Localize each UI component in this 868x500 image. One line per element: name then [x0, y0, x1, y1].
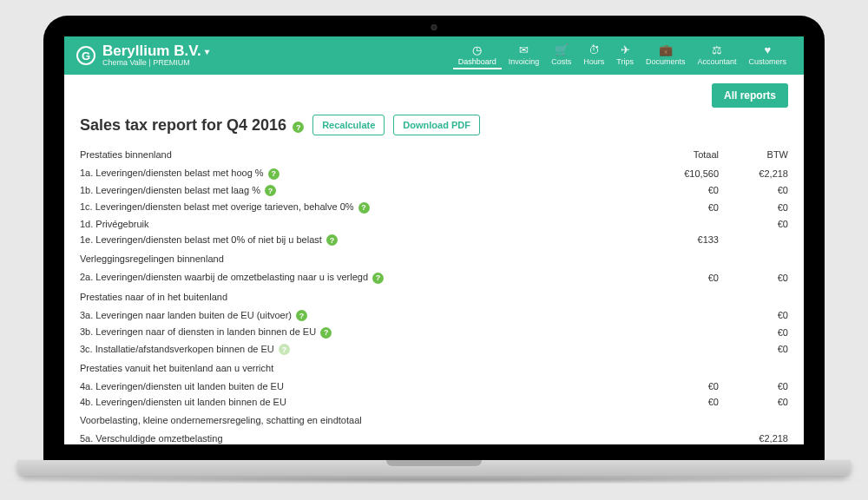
row-total: €0 [649, 381, 719, 391]
help-icon[interactable]: ? [293, 122, 304, 133]
costs-icon: 🛒 [555, 43, 569, 57]
nav-label: Accountant [697, 57, 736, 66]
row-btw: €0 [719, 381, 788, 391]
table-row: 4a. Leveringen/diensten uit landen buite… [80, 378, 788, 394]
row-label: 2a. Leveringen/diensten waarbij de omzet… [80, 272, 649, 284]
row-btw: €0 [719, 219, 788, 229]
row-btw: €0 [719, 310, 788, 320]
laptop-shadow [0, 476, 868, 484]
help-icon[interactable]: ? [320, 327, 332, 339]
nav-item-documents[interactable]: 💼Documents [641, 42, 691, 69]
row-btw: €0 [719, 397, 788, 407]
table-row: 3b. Leveringen naar of diensten in lande… [80, 324, 788, 341]
row-btw: €0 [719, 344, 788, 354]
table-row: 3a. Leveringen naar landen buiten de EU … [80, 307, 788, 325]
screen-bezel: G Beryllium B.V. ▾ Chema Valle | PREMIUM… [43, 16, 825, 460]
nav-label: Documents [646, 57, 686, 66]
nav-label: Invoicing [509, 57, 540, 66]
row-label: 4b. Leveringen/diensten uit landen binne… [80, 397, 649, 407]
section-heading: Verleggingsregelingen binnenland [80, 248, 788, 269]
recalculate-button[interactable]: Recalculate [312, 115, 385, 135]
table-row: 5a. Verschuldigde omzetbelasting€2,218 [80, 431, 788, 444]
help-icon[interactable]: ? [296, 310, 307, 321]
download-pdf-button[interactable]: Download PDF [393, 115, 480, 135]
section-heading: Prestaties naar of in het buitenland [80, 286, 788, 307]
row-total: €0 [649, 202, 719, 213]
col-total-header: Totaal [649, 149, 719, 160]
row-total: €0 [649, 273, 719, 283]
help-icon[interactable]: ? [279, 344, 290, 355]
table-row: 2a. Leveringen/diensten waarbij de omzet… [80, 269, 788, 286]
main-nav: ◷Dashboard✉Invoicing🛒Costs⏱Hours✈Trips💼D… [453, 42, 792, 69]
company-name-text: Beryllium B.V. [102, 43, 201, 60]
row-btw: €0 [719, 202, 788, 213]
section-heading-label: Verleggingsregelingen binnenland [80, 251, 649, 266]
table-row: 1e. Leveringen/diensten belast met 0% of… [80, 232, 788, 249]
chevron-down-icon: ▾ [205, 47, 209, 56]
report-table: Prestaties binnenlandTotaalBTW1a. Leveri… [80, 144, 788, 444]
nav-label: Customers [748, 57, 786, 66]
app-header: G Beryllium B.V. ▾ Chema Valle | PREMIUM… [64, 36, 804, 75]
nav-item-hours[interactable]: ⏱Hours [578, 42, 609, 69]
row-label: 1b. Leveringen/diensten belast met laag … [80, 185, 649, 197]
nav-item-costs[interactable]: 🛒Costs [546, 42, 576, 69]
row-label: 1a. Leveringen/diensten belast met hoog … [80, 168, 649, 180]
nav-item-dashboard[interactable]: ◷Dashboard [453, 42, 502, 69]
nav-label: Dashboard [458, 57, 496, 66]
section-heading: Prestaties vanuit het buitenland aan u v… [80, 358, 788, 378]
documents-icon: 💼 [659, 43, 673, 57]
row-label: 1d. Privégebruik [80, 219, 649, 229]
company-subtitle: Chema Valle | PREMIUM [102, 59, 209, 68]
table-row: 1c. Leveringen/diensten belast met overi… [80, 199, 788, 216]
help-icon[interactable]: ? [358, 202, 370, 214]
row-label: 4a. Leveringen/diensten uit landen buite… [80, 381, 649, 391]
dashboard-icon: ◷ [472, 43, 482, 57]
nav-item-invoicing[interactable]: ✉Invoicing [503, 42, 545, 69]
row-label: 1e. Leveringen/diensten belast met 0% of… [80, 234, 649, 247]
table-row: 1a. Leveringen/diensten belast met hoog … [80, 165, 788, 182]
row-label: 5a. Verschuldigde omzetbelasting [80, 433, 649, 444]
row-total: €133 [649, 234, 719, 245]
nav-item-trips[interactable]: ✈Trips [611, 42, 639, 69]
help-icon[interactable]: ? [326, 234, 338, 246]
section-heading-label: Prestaties vanuit het buitenland aan u v… [80, 360, 649, 376]
row-label: 3a. Leveringen naar landen buiten de EU … [80, 310, 649, 322]
table-row: 3c. Installatie/afstandsverkopen binnen … [80, 341, 788, 359]
page-title: Sales tax report for Q4 2016 ? [80, 116, 304, 135]
nav-item-accountant[interactable]: ⚖Accountant [692, 42, 741, 69]
row-label: 3b. Leveringen naar of diensten in lande… [80, 326, 649, 339]
all-reports-button[interactable]: All reports [712, 83, 788, 108]
row-btw: €0 [719, 185, 788, 195]
row-btw: €0 [719, 273, 788, 283]
hours-icon: ⏱ [589, 43, 600, 57]
table-row: 1b. Leveringen/diensten belast met laag … [80, 182, 788, 200]
app-logo[interactable]: G [76, 46, 95, 65]
help-icon[interactable]: ? [268, 168, 279, 180]
section-heading-label: Prestaties binnenland [80, 147, 649, 162]
topbar: All reports [80, 83, 788, 108]
row-btw: €2,218 [719, 433, 788, 444]
laptop-frame: G Beryllium B.V. ▾ Chema Valle | PREMIUM… [43, 16, 825, 484]
nav-item-customers[interactable]: ♥Customers [743, 42, 792, 69]
nav-label: Costs [551, 57, 571, 66]
row-total: €0 [649, 185, 719, 195]
section-heading: Prestaties binnenlandTotaalBTW [80, 144, 788, 165]
col-btw-header: BTW [719, 149, 788, 160]
company-switcher[interactable]: Beryllium B.V. ▾ Chema Valle | PREMIUM [102, 43, 209, 69]
nav-label: Hours [583, 57, 604, 66]
page-title-text: Sales tax report for Q4 2016 [80, 116, 286, 134]
row-total: €0 [649, 397, 719, 407]
row-label: 3c. Installatie/afstandsverkopen binnen … [80, 344, 649, 356]
section-heading-label: Prestaties naar of in het buitenland [80, 289, 649, 305]
row-btw: €2,218 [719, 168, 788, 179]
row-label: 1c. Leveringen/diensten belast met overi… [80, 201, 649, 214]
app-screen: G Beryllium B.V. ▾ Chema Valle | PREMIUM… [64, 36, 804, 444]
trips-icon: ✈ [621, 43, 630, 57]
title-row: Sales tax report for Q4 2016 ? Recalcula… [80, 115, 788, 135]
content-area: All reports Sales tax report for Q4 2016… [64, 75, 804, 444]
help-icon[interactable]: ? [372, 273, 384, 284]
row-btw: €0 [719, 327, 788, 338]
help-icon[interactable]: ? [265, 185, 276, 196]
section-heading: Voorbelasting, kleine ondernemersregelin… [80, 410, 788, 431]
laptop-base [17, 460, 851, 476]
